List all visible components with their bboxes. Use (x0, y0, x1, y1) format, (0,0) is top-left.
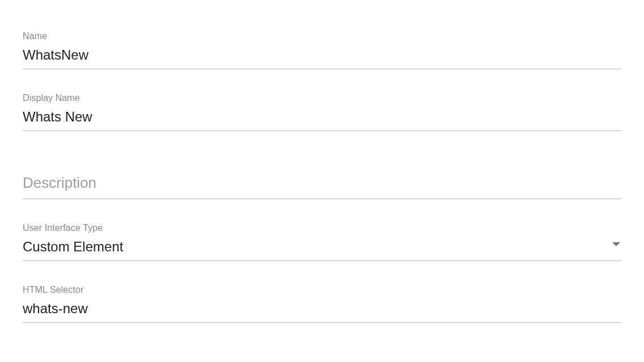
ui-type-select-wrapper (23, 237, 621, 261)
field-group-display-name: Display Name (23, 93, 621, 131)
display-name-input[interactable] (23, 107, 621, 131)
field-group-description (23, 172, 621, 199)
field-group-html-selector: HTML Selector (23, 285, 621, 323)
html-selector-label: HTML Selector (23, 285, 621, 295)
field-group-name: Name (23, 31, 621, 69)
field-group-ui-type: User Interface Type (23, 223, 621, 261)
description-input[interactable] (23, 172, 621, 199)
name-label: Name (23, 31, 621, 41)
ui-type-select[interactable] (23, 237, 621, 261)
ui-type-label: User Interface Type (23, 223, 621, 233)
html-selector-input[interactable] (23, 298, 621, 323)
display-name-label: Display Name (23, 93, 621, 103)
form-container: Name Display Name User Interface Type HT… (23, 31, 621, 323)
name-input[interactable] (23, 45, 621, 69)
